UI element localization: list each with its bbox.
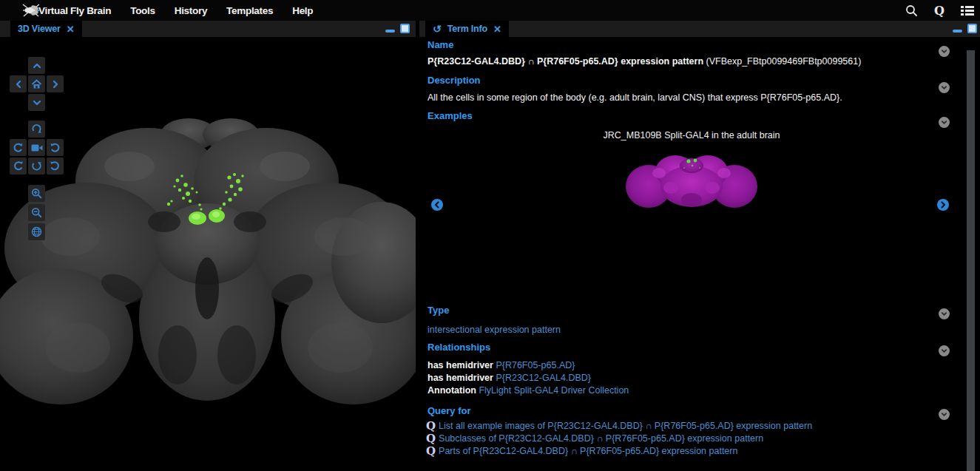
menu-templates[interactable]: Templates [226, 5, 273, 16]
pan-right-button[interactable] [47, 75, 64, 92]
query-row: QSubclasses of P{R23C12-GAL4.DBD} ∩ P{R7… [426, 432, 763, 445]
menu-tools[interactable]: Tools [130, 5, 155, 16]
term-info-content: Name P{R23C12-GAL4.DBD} ∩ P{R76F05-p65.A… [419, 37, 980, 471]
name-collapse-chevron-icon[interactable] [939, 46, 950, 57]
pan-left-button[interactable] [10, 75, 27, 92]
results-list-icon[interactable] [961, 5, 974, 16]
example-image-caption: JRC_MB109B Split-GAL4 in the adult brain [419, 130, 964, 140]
query-for-collapse-chevron-icon[interactable] [939, 409, 950, 420]
relationship-link[interactable]: FlyLight Split-GAL4 Driver Collection [479, 385, 629, 396]
query-q-icon: Q [426, 419, 436, 433]
type-link[interactable]: intersectional expression pattern [428, 325, 561, 335]
viewer-titlebar: 3D Viewer ✕ [0, 21, 416, 37]
term-name-bold: P{R23C12-GAL4.DBD} ∩ P{R76F05-p65.AD} ex… [428, 56, 703, 67]
query-q-icon: Q [426, 444, 436, 458]
zoom-out-button[interactable] [28, 204, 45, 221]
rotate-cw-button[interactable] [47, 139, 64, 156]
viewer-maximize-icon[interactable] [400, 24, 410, 33]
query-q-icon: Q [426, 432, 436, 445]
type-collapse-chevron-icon[interactable] [939, 308, 950, 319]
roll-cw-button[interactable] [47, 157, 64, 174]
relationship-label: has hemidriver [428, 373, 493, 383]
previous-example-button[interactable] [431, 199, 443, 211]
relationship-row: has hemidriver P{R23C12-GAL4.DBD} [428, 373, 591, 383]
query-link[interactable]: List all example images of P{R23C12-GAL4… [439, 421, 812, 431]
term-info-minimize-icon[interactable] [953, 30, 962, 33]
relationships-section-header: Relationships [428, 342, 490, 353]
3d-viewer-panel: 3D Viewer ✕ [0, 21, 416, 471]
rotate-reset-button[interactable] [28, 121, 45, 138]
tab-3d-viewer[interactable]: 3D Viewer ✕ [10, 21, 82, 37]
search-icon[interactable] [905, 4, 918, 17]
next-example-button[interactable] [937, 199, 949, 211]
rotate-ccw-button[interactable] [10, 139, 27, 156]
pan-up-button[interactable] [28, 57, 45, 74]
name-section-header: Name [428, 39, 453, 50]
viewer-3d-canvas[interactable] [0, 37, 416, 471]
relationships-collapse-chevron-icon[interactable] [939, 345, 950, 356]
relationship-link[interactable]: P{R23C12-GAL4.DBD} [496, 373, 591, 383]
examples-collapse-chevron-icon[interactable] [939, 117, 950, 128]
viewer-minimize-icon[interactable] [385, 30, 395, 33]
relationship-row: has hemidriver P{R76F05-p65.AD} [428, 360, 575, 370]
examples-section-header: Examples [428, 110, 473, 121]
term-info-maximize-icon[interactable] [967, 24, 977, 33]
type-value-link: intersectional expression pattern [428, 325, 561, 335]
relationship-row: Annotation FlyLight Split-GAL4 Driver Co… [428, 385, 629, 396]
query-icon[interactable]: Q [934, 4, 944, 18]
term-name-id: (VFBexp_FBtp0099469FBtp0099561) [703, 56, 861, 67]
vfb-fly-logo-icon[interactable] [21, 1, 41, 19]
roll-reset-button[interactable] [28, 157, 45, 174]
tab-3d-viewer-label: 3D Viewer [18, 24, 61, 34]
term-description-value: All the cells in some region of the body… [428, 92, 842, 103]
query-row: QParts of P{R23C12-GAL4.DBD} ∩ P{R76F05-… [426, 444, 737, 458]
zoom-in-button[interactable] [28, 185, 45, 202]
description-collapse-chevron-icon[interactable] [939, 82, 950, 93]
term-name-value: P{R23C12-GAL4.DBD} ∩ P{R76F05-p65.AD} ex… [428, 56, 861, 67]
query-for-section-header: Query for [428, 405, 471, 416]
camera-button[interactable] [28, 139, 45, 156]
relationship-label: has hemidriver [428, 360, 493, 370]
wireframe-globe-button[interactable] [28, 223, 45, 240]
term-info-titlebar: ↺ Term Info ✕ [419, 21, 980, 37]
menu-virtual-fly-brain[interactable]: Virtual Fly Brain [38, 5, 111, 16]
type-section-header: Type [428, 305, 449, 316]
term-info-panel: ↺ Term Info ✕ Name P{R23C12-GAL4.DBD} ∩ … [419, 21, 980, 471]
query-link[interactable]: Subclasses of P{R23C12-GAL4.DBD} ∩ P{R76… [439, 433, 763, 444]
tab-term-info-label: Term Info [447, 24, 487, 34]
example-brain-thumbnail[interactable] [625, 143, 758, 214]
menu-history[interactable]: History [175, 5, 207, 16]
top-menubar: Virtual Fly Brain Tools History Template… [0, 0, 980, 21]
query-row: QList all example images of P{R23C12-GAL… [426, 419, 812, 433]
query-link[interactable]: Parts of P{R23C12-GAL4.DBD} ∩ P{R76F05-p… [439, 446, 737, 456]
roll-ccw-button[interactable] [10, 157, 27, 174]
main-menu: Virtual Fly Brain Tools History Template… [38, 5, 313, 16]
history-icon[interactable]: ↺ [433, 23, 442, 35]
relationship-label: Annotation [428, 385, 476, 396]
pan-down-button[interactable] [28, 94, 45, 111]
tab-term-info-close-icon[interactable]: ✕ [493, 24, 501, 35]
home-button[interactable] [28, 75, 45, 92]
menu-help[interactable]: Help [292, 5, 313, 16]
relationship-link[interactable]: P{R76F05-p65.AD} [496, 360, 575, 370]
tab-3d-viewer-close-icon[interactable]: ✕ [67, 24, 75, 35]
term-info-scrollbar[interactable] [967, 50, 975, 471]
tab-term-info[interactable]: ↺ Term Info ✕ [425, 21, 509, 37]
description-section-header: Description [428, 75, 481, 86]
